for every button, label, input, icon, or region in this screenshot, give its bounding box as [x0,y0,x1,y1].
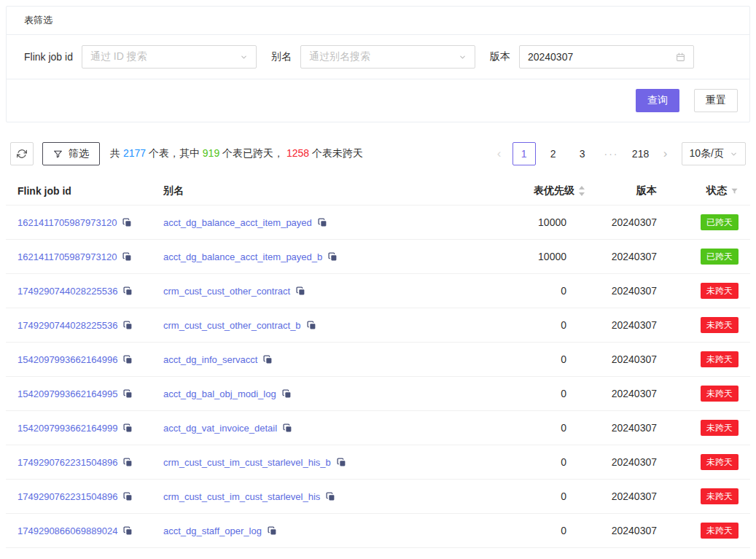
table-row: 1621411705987973120 acct_dg_balance_acct… [6,240,750,274]
pagination-page-3[interactable]: 3 [571,142,594,165]
table-row: 1749290866069889024 acct_dg_staff_oper_l… [6,514,750,548]
reset-button[interactable]: 重置 [694,89,738,112]
job-id-link[interactable]: 1621411705987973120 [17,217,117,228]
copy-button[interactable] [122,218,132,227]
filter-toggle-button[interactable]: 筛选 [42,142,100,165]
version-cell: 20240307 [597,445,669,480]
priority-header-label: 表优先级 [534,184,574,198]
alias-link[interactable]: acct_dg_balance_acct_item_payed_b [163,251,322,262]
priority-cell: 0 [504,343,597,377]
alias-link[interactable]: crm_cust_cust_im_cust_starlevel_his [163,491,320,502]
copy-icon [307,321,316,330]
alias-link[interactable]: crm_cust_cust_im_cust_starlevel_his_b [163,457,331,468]
copy-button[interactable] [337,458,346,467]
column-header-alias: 别名 [152,177,504,206]
alias-link[interactable]: acct_dg_balance_acct_item_payed [163,217,312,228]
job-id-link[interactable]: 1749290866069889024 [17,525,117,536]
pagination-next-button[interactable]: › [655,142,676,165]
job-id-link[interactable]: 1542097993662164999 [17,423,117,434]
status-header-label: 状态 [706,184,727,198]
column-header-status[interactable]: 状态 [669,177,750,206]
version-cell: 20240307 [597,480,669,514]
pagination: ‹123···218›10条/页 [489,142,746,165]
alias-link[interactable]: acct_dg_vat_invoice_detail [163,423,277,434]
copy-button[interactable] [123,423,133,433]
job-id-link[interactable]: 1749290744028225536 [17,320,117,331]
copy-button[interactable] [318,218,327,227]
copy-button[interactable] [283,423,292,433]
copy-icon [123,458,133,467]
version-cell: 20240307 [597,343,669,377]
table-body: 1621411705987973120 acct_dg_balance_acct… [6,206,750,548]
job-id-link[interactable]: 1749290744028225536 [17,286,117,297]
filter-funnel-icon[interactable] [730,187,739,195]
copy-icon [318,218,327,227]
copy-icon [268,526,277,536]
copy-icon [123,286,133,296]
version-label: 版本 [490,50,510,63]
alias-link[interactable]: crm_cust_cust_other_contract [163,286,290,297]
summary-text: 共 2177 个表，其中 919 个表已跨天， 1258 个表未跨天 [110,147,363,160]
table-row: 1749290762231504896 crm_cust_cust_im_cus… [6,480,750,514]
copy-icon [123,321,133,330]
alias-filter-item: 别名 通过别名搜索 [271,45,475,69]
copy-icon [296,286,305,296]
status-badge: 未跨天 [701,317,739,333]
copy-button[interactable] [296,286,305,296]
copy-button[interactable] [123,355,133,364]
summary-part: 2177 [123,147,146,159]
sort-icon [578,185,585,197]
copy-icon [123,492,133,501]
toolbar: 筛选 共 2177 个表，其中 919 个表已跨天， 1258 个表未跨天 ‹1… [10,142,746,165]
copy-button[interactable] [268,526,277,536]
job-id-link[interactable]: 1749290762231504896 [17,457,117,468]
page-size-select[interactable]: 10条/页 [682,142,746,165]
copy-button[interactable] [123,321,133,330]
query-button[interactable]: 查询 [636,89,679,112]
alias-placeholder: 通过别名搜索 [309,50,370,63]
alias-link[interactable]: acct_dg_bal_obj_modi_log [163,388,276,399]
job-id-link[interactable]: 1542097993662164996 [17,354,117,365]
alias-select[interactable]: 通过别名搜索 [300,45,475,69]
copy-button[interactable] [123,389,133,399]
copy-button[interactable] [263,355,273,364]
copy-icon [122,252,132,262]
pagination-page-1[interactable]: 1 [513,142,536,165]
table-row: 1749290744028225536 crm_cust_cust_other_… [6,274,750,308]
copy-button[interactable] [123,526,133,536]
page-size-label: 10条/页 [690,147,724,160]
version-cell: 20240307 [597,411,669,445]
column-header-priority[interactable]: 表优先级 [504,177,597,206]
summary-part: 个表已跨天， [219,147,287,159]
alias-link[interactable]: acct_dg_info_servacct [163,354,257,365]
copy-button[interactable] [282,389,292,399]
copy-button[interactable] [307,321,316,330]
copy-button[interactable] [122,252,132,262]
job-id-select[interactable]: 通过 ID 搜索 [82,45,257,69]
status-badge: 未跨天 [701,386,739,402]
job-id-link[interactable]: 1749290762231504896 [17,491,117,502]
pagination-prev-button[interactable]: ‹ [489,142,510,165]
version-date-input[interactable]: 20240307 [519,45,694,69]
copy-icon [123,389,133,399]
page: 表筛选 Flink job id 通过 ID 搜索 别名 通过别名搜索 版本 [0,0,756,559]
job-id-link[interactable]: 1621411705987973120 [17,251,117,262]
copy-button[interactable] [123,286,133,296]
version-cell: 20240307 [597,514,669,548]
pagination-page-218[interactable]: 218 [629,142,652,165]
copy-icon [263,355,273,364]
refresh-button[interactable] [10,142,34,165]
copy-button[interactable] [123,458,133,467]
copy-button[interactable] [326,492,335,501]
copy-icon [326,492,335,501]
alias-link[interactable]: crm_cust_cust_other_contract_b [163,320,301,331]
version-filter-item: 版本 20240307 [490,45,694,69]
copy-button[interactable] [123,492,133,501]
copy-button[interactable] [328,252,338,262]
pagination-page-2[interactable]: 2 [542,142,565,165]
alias-link[interactable]: acct_dg_staff_oper_log [163,525,262,536]
filter-actions: 查询 重置 [7,79,749,122]
column-header-version: 版本 [597,177,669,206]
version-cell: 20240307 [597,240,669,274]
job-id-link[interactable]: 1542097993662164995 [17,388,117,399]
